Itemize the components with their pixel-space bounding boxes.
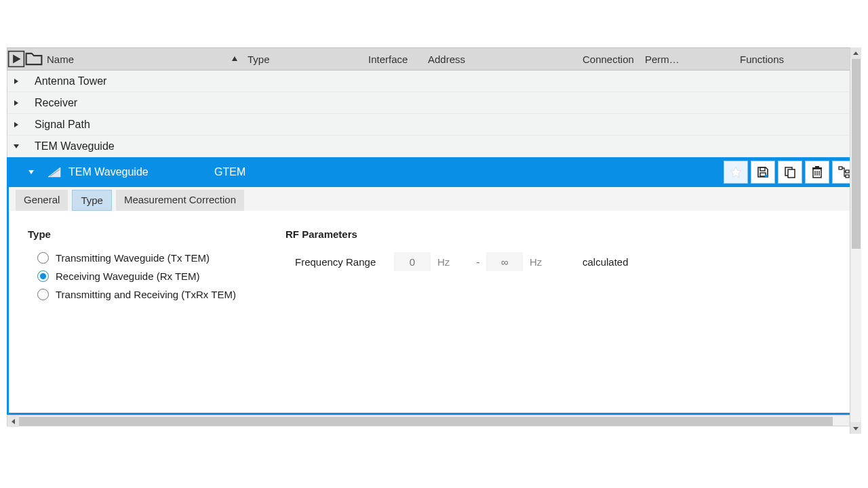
tree-row[interactable]: Antenna Tower [7,70,861,92]
device-table-panel: Name Type Interface Address Connection P… [7,47,861,426]
svg-marker-1 [13,55,20,64]
caret-right-icon[interactable] [13,121,25,128]
radio-txrx-tem[interactable]: Transmitting and Receiving (TxRx TEM) [37,289,285,300]
scroll-left-icon[interactable] [7,415,19,427]
horizontal-scrollbar[interactable] [7,415,861,426]
frequency-status: calculated [583,256,629,268]
selected-device-type: GTEM [214,166,245,178]
radio-rx-tem[interactable]: Receiving Waveguide (Rx TEM) [37,270,285,282]
tree-row-label: Antenna Tower [35,75,106,87]
svg-marker-4 [14,100,18,106]
waveguide-icon [47,166,62,178]
radio-label: Transmitting and Receiving (TxRx TEM) [56,289,236,300]
tree-row-label: TEM Waveguide [35,140,115,152]
radio-icon [37,289,49,300]
svg-marker-27 [853,52,859,55]
vertical-scrollbar[interactable] [850,47,861,434]
radio-icon [37,252,49,264]
svg-rect-23 [846,170,849,173]
rf-section-title: RF Parameters [285,228,629,240]
device-tree: Antenna Tower Receiver Signal Path TEM W… [7,70,861,157]
details-pane: General Type Measurement Correction Type… [7,187,861,415]
column-perm[interactable]: Perm… [641,48,736,70]
column-functions[interactable]: Functions [736,48,831,70]
svg-rect-12 [760,173,766,176]
tab-measurement-correction[interactable]: Measurement Correction [116,190,244,211]
svg-rect-24 [846,175,849,178]
scroll-up-icon[interactable] [850,47,861,59]
tab-body: Type Transmitting Waveguide (Tx TEM) Rec… [9,211,859,325]
copy-button[interactable] [778,161,802,184]
unit-label: Hz [437,256,470,268]
caret-right-icon[interactable] [13,100,25,106]
tab-general[interactable]: General [16,190,68,211]
caret-right-icon[interactable] [13,78,25,85]
selected-device-row[interactable]: TEM Waveguide GTEM [7,157,861,187]
type-section-title: Type [28,228,285,240]
scrollbar-thumb[interactable] [852,59,861,249]
svg-marker-8 [48,167,60,177]
svg-rect-15 [788,169,795,178]
svg-rect-22 [839,167,842,169]
tree-row[interactable]: TEM Waveguide [7,136,861,157]
frequency-min-input[interactable] [394,252,431,271]
svg-marker-5 [14,122,18,127]
column-interface[interactable]: Interface [364,48,424,70]
tree-row[interactable]: Receiver [7,92,861,114]
delete-button[interactable] [805,161,829,184]
svg-marker-25 [12,419,15,424]
svg-marker-6 [14,144,19,148]
unit-label: Hz [530,256,562,268]
caret-down-icon[interactable] [28,169,40,176]
sort-indicator-icon[interactable] [226,55,243,63]
tab-type[interactable]: Type [72,190,112,211]
svg-rect-20 [812,167,822,169]
range-dash: - [470,256,486,268]
frequency-range-row: Frequency Range Hz - Hz calculated [285,252,629,271]
column-header: Name Type Interface Address Connection P… [7,47,861,70]
type-section: Type Transmitting Waveguide (Tx TEM) Rec… [28,228,285,307]
row-toolbar [724,161,861,184]
column-type[interactable]: Type [243,48,364,70]
scroll-down-icon[interactable] [850,422,861,434]
svg-marker-28 [853,427,859,430]
column-connection[interactable]: Connection [578,48,641,70]
selected-device-name: TEM Waveguide [68,166,214,178]
column-icon-folder[interactable] [25,50,43,68]
radio-tx-tem[interactable]: Transmitting Waveguide (Tx TEM) [37,252,285,264]
column-name[interactable]: Name [43,48,226,70]
save-button[interactable] [751,161,775,184]
tree-row[interactable]: Signal Path [7,114,861,136]
favorite-button[interactable] [724,161,748,184]
column-address[interactable]: Address [424,48,578,70]
tree-row-label: Receiver [35,97,77,109]
svg-rect-21 [815,166,819,167]
frequency-range-label: Frequency Range [285,256,394,268]
svg-marker-7 [28,170,34,174]
radio-label: Transmitting Waveguide (Tx TEM) [56,252,210,264]
tree-row-label: Signal Path [35,119,90,131]
radio-icon [37,270,49,282]
svg-marker-2 [232,56,237,61]
svg-point-13 [765,175,768,178]
column-icon-run[interactable] [7,50,25,68]
radio-label: Receiving Waveguide (Rx TEM) [56,270,200,282]
frequency-max-input[interactable] [486,252,523,271]
tab-strip: General Type Measurement Correction [9,187,859,211]
svg-marker-10 [730,167,741,178]
svg-marker-3 [14,79,18,84]
scrollbar-thumb[interactable] [19,417,833,426]
caret-down-icon[interactable] [13,143,25,150]
rf-parameters-section: RF Parameters Frequency Range Hz - Hz ca… [285,228,629,307]
